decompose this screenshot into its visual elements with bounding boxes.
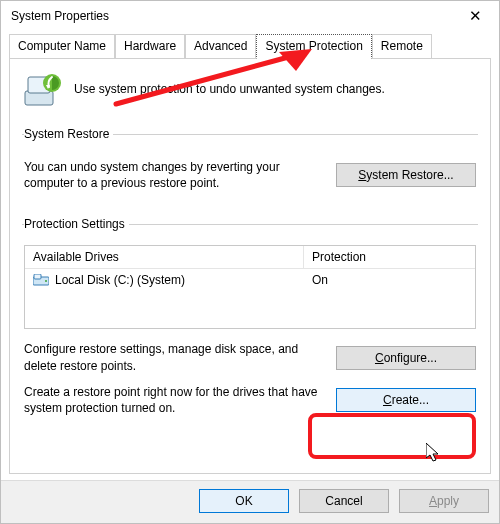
system-restore-text: You can undo system changes by reverting… — [24, 159, 322, 191]
apply-button[interactable]: Apply — [399, 489, 489, 513]
ok-button[interactable]: OK — [199, 489, 289, 513]
tab-computer-name[interactable]: Computer Name — [9, 34, 115, 59]
configure-button[interactable]: Configure... — [336, 346, 476, 370]
close-button[interactable]: ✕ — [453, 2, 497, 30]
group-protection-settings: Protection Settings Available Drives Pro… — [22, 217, 478, 418]
cancel-button[interactable]: Cancel — [299, 489, 389, 513]
col-available-drives: Available Drives — [25, 246, 304, 268]
tab-advanced[interactable]: Advanced — [185, 34, 256, 59]
intro-row: Use system protection to undo unwanted s… — [22, 69, 478, 109]
drives-list[interactable]: Available Drives Protection Local Disk (… — [24, 245, 476, 329]
intro-text: Use system protection to undo unwanted s… — [74, 82, 385, 96]
configure-text: Configure restore settings, manage disk … — [24, 341, 322, 373]
annotation-create-highlight — [308, 413, 476, 459]
window-title: System Properties — [11, 9, 109, 23]
svg-rect-7 — [34, 274, 41, 279]
protection-shield-icon — [22, 69, 62, 109]
col-protection: Protection — [304, 246, 475, 268]
create-button[interactable]: Create... — [336, 388, 476, 412]
close-icon: ✕ — [469, 7, 482, 25]
tab-panel-system-protection: Use system protection to undo unwanted s… — [9, 58, 491, 474]
legend-protection-settings: Protection Settings — [24, 217, 129, 231]
tab-remote[interactable]: Remote — [372, 34, 432, 59]
drives-header: Available Drives Protection — [25, 246, 475, 269]
tab-strip: Computer Name Hardware Advanced System P… — [1, 33, 499, 58]
tab-hardware[interactable]: Hardware — [115, 34, 185, 59]
drive-icon — [33, 274, 49, 286]
system-properties-window: System Properties ✕ Computer Name Hardwa… — [0, 0, 500, 524]
titlebar: System Properties ✕ — [1, 1, 499, 31]
system-restore-button[interactable]: System Restore... — [336, 163, 476, 187]
cursor-icon — [426, 443, 444, 463]
group-system-restore: System Restore You can undo system chang… — [22, 127, 478, 201]
svg-point-8 — [45, 280, 47, 282]
svg-marker-9 — [426, 443, 438, 461]
tab-system-protection[interactable]: System Protection — [256, 34, 371, 59]
drive-name: Local Disk (C:) (System) — [55, 273, 185, 287]
drive-row[interactable]: Local Disk (C:) (System) On — [25, 269, 475, 291]
create-text: Create a restore point right now for the… — [24, 384, 322, 416]
dialog-button-row: OK Cancel Apply — [1, 480, 499, 523]
legend-system-restore: System Restore — [24, 127, 113, 141]
drive-protection-value: On — [304, 269, 475, 291]
